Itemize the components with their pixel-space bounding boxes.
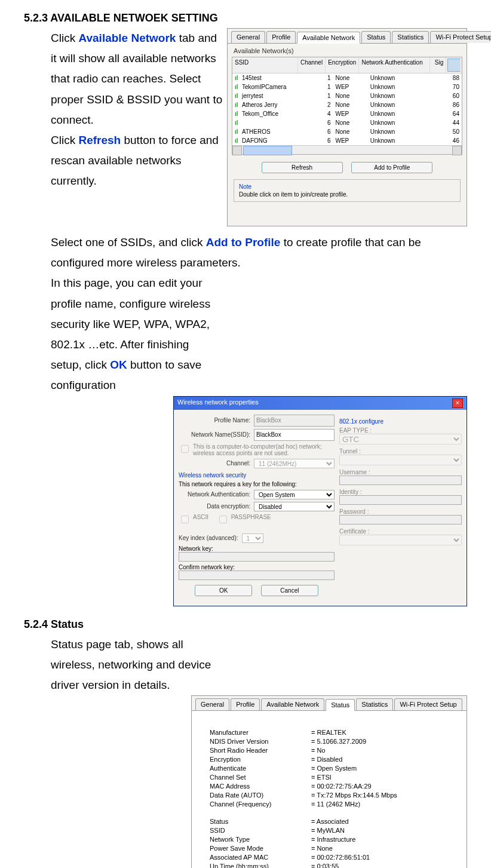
identity-label: Identity :	[339, 489, 462, 495]
network-row[interactable]: ıljerrytest1NoneUnknown60	[232, 91, 462, 100]
channel-label: Channel:	[179, 460, 250, 467]
adhoc-checkbox[interactable]	[181, 445, 189, 453]
tab-statistics[interactable]: Statistics	[356, 698, 393, 710]
refresh-keyword: Refresh	[78, 134, 121, 146]
status-row: Authenticate= Open System	[210, 765, 449, 772]
username-input[interactable]	[339, 476, 462, 485]
paragraph-add-to-profile: Select one of SSIDs, and click Add to Pr…	[51, 232, 467, 273]
network-row[interactable]: ılATHEROS6NoneUnknown50	[232, 127, 462, 136]
certificate-label: Certificate :	[339, 528, 462, 535]
col-header-ssid[interactable]: SSID	[232, 57, 298, 73]
scroll-left-icon[interactable]	[232, 146, 242, 155]
key-index-select[interactable]: 1	[242, 533, 263, 543]
data-enc-label: Data encryption:	[179, 503, 250, 510]
password-label: Password :	[339, 508, 462, 515]
note-title: Note	[239, 183, 455, 190]
username-label: Username :	[339, 469, 462, 476]
signal-icon: ıl	[235, 84, 242, 90]
network-row[interactable]: ılDAFONG6WEPUnknown46	[232, 136, 462, 145]
status-row: Network Type= Infrastructure	[210, 836, 449, 843]
passphrase-checkbox[interactable]	[219, 516, 227, 523]
status-row: Data Rate (AUTO)= Tx:72 Mbps Rx:144.5 Mb…	[210, 792, 449, 799]
cancel-button[interactable]: Cancel	[261, 585, 318, 596]
add-to-profile-keyword: Add to Profile	[206, 236, 281, 249]
dialog-title: Wireless network properties	[177, 398, 259, 408]
ssid-label: Network Name(SSID):	[179, 431, 250, 438]
paragraph-profile-edit: In this page, you can edit your profile …	[51, 273, 218, 395]
note-text: Double click on item to join/create prof…	[239, 191, 455, 198]
net-auth-select[interactable]: Open System	[254, 490, 335, 499]
ok-button[interactable]: OK	[195, 585, 252, 596]
col-header-signal[interactable]: Sig	[430, 57, 447, 73]
tab-statistics[interactable]: Statistics	[392, 31, 429, 43]
signal-icon: ıl	[235, 119, 242, 126]
confirm-key-input[interactable]	[179, 571, 335, 580]
signal-icon: ıl	[235, 93, 242, 99]
tunnel-select[interactable]	[339, 455, 462, 465]
status-row: Encryption= Disabled	[210, 756, 449, 763]
identity-input[interactable]	[339, 495, 462, 505]
section-title-523: 5.2.3 AVAILABLE NETWOEK SETTING	[24, 12, 467, 24]
profile-name-input[interactable]	[254, 415, 335, 427]
tab-profile[interactable]: Profile	[266, 31, 296, 43]
channel-select[interactable]: 11 (2462MHz)	[254, 459, 335, 468]
status-row: MAC Address= 00:02:72:75:AA:29	[210, 783, 449, 790]
signal-icon: ıl	[235, 128, 242, 135]
tab-status[interactable]: Status	[326, 699, 355, 711]
tab-wps[interactable]: Wi-Fi Protect Setup	[430, 31, 491, 43]
tab-general[interactable]: General	[195, 698, 229, 710]
status-row: Manufacturer= REALTEK	[210, 729, 449, 736]
data-enc-select[interactable]: Disabled	[254, 502, 335, 511]
tunnel-label: Tunnel :	[339, 448, 462, 455]
add-to-profile-button[interactable]: Add to Profile	[351, 162, 432, 173]
status-row: Power Save Mode= None	[210, 845, 449, 852]
ascii-checkbox[interactable]	[181, 516, 189, 523]
col-header-encryption[interactable]: Encryption	[326, 57, 359, 73]
status-row: Channel (Frequency)= 11 (2462 MHz)	[210, 800, 449, 808]
status-row: SSID= MyWLAN	[210, 827, 449, 834]
security-group-title: Wireless network security	[179, 472, 335, 479]
close-icon[interactable]: ×	[452, 398, 463, 408]
tab-profile[interactable]: Profile	[231, 698, 260, 710]
status-row: Up Time (hh:mm:ss)= 0:03:55	[210, 863, 449, 868]
network-key-input[interactable]	[179, 552, 335, 562]
confirm-key-label: Confirm network key:	[179, 564, 335, 571]
horizontal-scrollbar[interactable]	[232, 145, 462, 154]
screenshot-available-network: General Profile Available Network Status…	[227, 28, 467, 226]
screenshot-wireless-properties: Wireless network properties × Profile Na…	[173, 396, 467, 606]
note-box: Note Double click on item to join/create…	[234, 179, 461, 202]
status-row: Status= Associated	[210, 818, 449, 825]
network-row[interactable]: ıl6NoneUnknown44	[232, 118, 462, 127]
col-header-channel[interactable]: Channel	[298, 57, 326, 73]
network-row[interactable]: ılTekom_Office4WEPUnknown64	[232, 109, 462, 118]
ssid-input[interactable]	[254, 429, 335, 441]
tab-wps[interactable]: Wi-Fi Protect Setup	[394, 698, 462, 710]
scroll-up-icon[interactable]	[447, 59, 461, 72]
network-row[interactable]: ılAtheros Jerry2NoneUnknown86	[232, 100, 462, 109]
password-input[interactable]	[339, 515, 462, 525]
network-row[interactable]: ıl145test1NoneUnknown88	[232, 73, 462, 82]
tab-general[interactable]: General	[231, 31, 265, 43]
col-header-auth[interactable]: Network Authentication	[359, 57, 429, 73]
status-row: Short Radio Header= No	[210, 747, 449, 754]
signal-icon: ıl	[235, 75, 242, 81]
eap-select[interactable]: GTC	[339, 434, 462, 444]
network-list[interactable]: SSID Channel Encryption Network Authenti…	[232, 57, 462, 155]
tab-available-network[interactable]: Available Network	[261, 698, 324, 710]
tab-status[interactable]: Status	[361, 31, 391, 43]
ok-keyword: OK	[110, 358, 127, 371]
eap-label: EAP TYPE :	[339, 427, 462, 434]
signal-icon: ıl	[235, 137, 242, 144]
section-title-524: 5.2.4 Status	[24, 618, 467, 631]
network-row[interactable]: ılTekomIPCamera1WEPUnknown70	[232, 82, 462, 91]
refresh-button[interactable]: Refresh	[262, 162, 343, 173]
signal-icon: ıl	[235, 111, 242, 117]
net-auth-label: Network Authentication:	[179, 491, 250, 498]
key-index-label: Key index (advanced):	[179, 535, 238, 541]
tab-available-network[interactable]: Available Network	[297, 32, 360, 44]
panel-label: Available Network(s)	[228, 44, 467, 56]
scroll-thumb[interactable]	[243, 146, 292, 155]
status-row: Associated AP MAC= 00:02:72:86:51:01	[210, 854, 449, 861]
scroll-right-icon[interactable]	[452, 146, 462, 155]
certificate-select[interactable]	[339, 535, 462, 545]
